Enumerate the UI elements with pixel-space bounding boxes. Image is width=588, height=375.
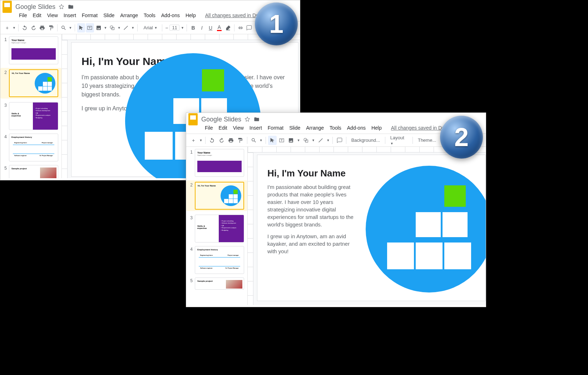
canvas-area[interactable]: Hi, I'm Your Name I'm passionate about b… xyxy=(248,147,486,305)
new-slide-button[interactable]: + xyxy=(3,23,11,32)
folder-icon[interactable] xyxy=(253,116,260,122)
menu-slide[interactable]: Slide xyxy=(287,124,302,131)
thumb-number: 3 xyxy=(189,215,193,220)
layout-button[interactable]: Layout ▼ xyxy=(387,134,410,147)
menu-addons[interactable]: Add-ons xyxy=(159,12,182,19)
menu-edit[interactable]: Edit xyxy=(31,12,44,19)
shape-dropdown[interactable]: ▼ xyxy=(311,136,316,145)
select-tool-button[interactable] xyxy=(268,136,277,145)
zoom-dropdown[interactable]: ▼ xyxy=(68,23,73,32)
textbox-button[interactable] xyxy=(86,23,94,32)
image-button[interactable] xyxy=(95,23,103,32)
slide-canvas[interactable]: Hi, I'm Your Name I'm passionate about b… xyxy=(257,155,486,301)
slide-thumb-5[interactable]: Sample project xyxy=(9,165,58,178)
line-dropdown[interactable]: ▼ xyxy=(326,136,330,145)
image-dropdown[interactable]: ▼ xyxy=(103,23,108,32)
menu-view[interactable]: View xyxy=(45,12,60,19)
separator xyxy=(75,24,75,31)
zoom-button[interactable] xyxy=(249,136,258,145)
zoom-button[interactable] xyxy=(60,23,68,32)
textbox-button[interactable] xyxy=(277,136,286,145)
slide-title[interactable]: Hi, I'm Your Name xyxy=(267,168,355,179)
underline-button[interactable]: U xyxy=(207,23,214,32)
slide-thumb-2[interactable]: Hi, I'm Your Name xyxy=(195,182,244,210)
print-button[interactable] xyxy=(38,23,46,32)
slide-paragraph-1[interactable]: I'm passionate about building great prod… xyxy=(267,183,357,228)
text-color-button[interactable]: A xyxy=(215,23,223,32)
zoom-dropdown[interactable]: ▼ xyxy=(259,136,263,145)
slide-thumb-5[interactable]: Sample project xyxy=(195,278,244,290)
slide-thumb-2[interactable]: Hi, I'm Your Name xyxy=(9,69,58,97)
shape-button[interactable] xyxy=(302,136,310,145)
undo-button[interactable] xyxy=(21,23,29,32)
shape-button[interactable] xyxy=(108,23,116,32)
redo-button[interactable] xyxy=(217,136,226,145)
menu-file[interactable]: File xyxy=(17,12,29,19)
menu-help[interactable]: Help xyxy=(369,124,384,131)
menu-view[interactable]: View xyxy=(231,124,246,131)
shape-dropdown[interactable]: ▼ xyxy=(117,23,121,32)
slide-paragraph-2[interactable]: I grew up in Anytown, am an avid kayaker… xyxy=(267,232,357,255)
image-button[interactable] xyxy=(287,136,295,145)
menu-insert[interactable]: Insert xyxy=(61,12,78,19)
document-title[interactable]: Google Slides xyxy=(201,116,241,123)
thumb-number: 2 xyxy=(189,182,193,188)
menu-tools[interactable]: Tools xyxy=(142,12,158,19)
white-square xyxy=(444,242,471,269)
comment-button[interactable] xyxy=(245,23,253,32)
star-icon[interactable] xyxy=(244,116,251,122)
menu-help[interactable]: Help xyxy=(183,12,198,19)
font-select[interactable]: Arial▼ xyxy=(140,25,160,31)
fontsize-dec[interactable]: − xyxy=(164,23,169,32)
image-dropdown[interactable]: ▼ xyxy=(296,136,301,145)
background-button[interactable]: Background... xyxy=(349,136,383,144)
line-button[interactable] xyxy=(122,23,130,32)
line-button[interactable] xyxy=(316,136,325,145)
slide-thumb-1[interactable]: Your Name Digital project manager xyxy=(195,149,244,177)
separator xyxy=(247,137,247,144)
undo-button[interactable] xyxy=(208,136,216,145)
menu-arrange[interactable]: Arrange xyxy=(304,124,326,131)
select-tool-button[interactable] xyxy=(77,23,85,32)
menu-edit[interactable]: Edit xyxy=(217,124,229,131)
comment-button[interactable] xyxy=(335,136,344,145)
slide-thumb-3[interactable]: Skills & expertise • Project scheduling … xyxy=(195,215,244,242)
slide-thumbnails[interactable]: 1 Your Name Digital project manager 2 Hi… xyxy=(186,147,248,305)
white-square xyxy=(416,242,443,269)
slide-thumb-4[interactable]: Employment history Engineering Intern Pr… xyxy=(195,246,244,274)
star-icon[interactable] xyxy=(58,4,65,10)
menu-arrange[interactable]: Arrange xyxy=(118,12,140,19)
italic-button[interactable]: I xyxy=(198,23,206,32)
menu-format[interactable]: Format xyxy=(80,12,100,19)
slide-thumb-1[interactable]: Your Name Digital project manager xyxy=(9,36,58,64)
new-slide-dropdown[interactable]: ▼ xyxy=(198,136,203,145)
line-dropdown[interactable]: ▼ xyxy=(131,23,135,32)
green-square xyxy=(202,69,224,91)
svg-point-4 xyxy=(304,138,307,141)
fontsize-inc[interactable]: ▼ xyxy=(180,23,184,32)
menu-format[interactable]: Format xyxy=(266,124,286,131)
new-slide-dropdown[interactable]: ▼ xyxy=(12,23,16,32)
slide-thumbnails[interactable]: 1 Your Name Digital project manager 2 Hi… xyxy=(0,34,62,178)
menu-insert[interactable]: Insert xyxy=(247,124,264,131)
slide-thumb-3[interactable]: Skills & expertise • Project scheduling … xyxy=(9,102,58,130)
slide-text: I grew up in Anytow xyxy=(81,105,131,111)
menu-slide[interactable]: Slide xyxy=(101,12,117,19)
slide-thumb-4[interactable]: Employment history Engineering Intern Pr… xyxy=(9,134,58,161)
link-button[interactable] xyxy=(237,23,244,32)
highlight-button[interactable] xyxy=(224,23,232,32)
document-title[interactable]: Google Slides xyxy=(15,3,55,11)
new-slide-button[interactable]: + xyxy=(189,136,198,145)
white-square xyxy=(443,212,468,237)
redo-button[interactable] xyxy=(30,23,38,32)
print-button[interactable] xyxy=(227,136,235,145)
menu-tools[interactable]: Tools xyxy=(327,124,344,131)
fontsize-input[interactable]: 11 xyxy=(169,25,179,31)
paint-format-button[interactable] xyxy=(47,23,55,32)
menu-file[interactable]: File xyxy=(203,124,215,131)
bold-button[interactable]: B xyxy=(189,23,197,32)
menu-addons[interactable]: Add-ons xyxy=(345,124,368,131)
theme-button[interactable]: Theme... xyxy=(415,136,439,144)
paint-format-button[interactable] xyxy=(236,136,244,145)
folder-icon[interactable] xyxy=(68,4,74,10)
